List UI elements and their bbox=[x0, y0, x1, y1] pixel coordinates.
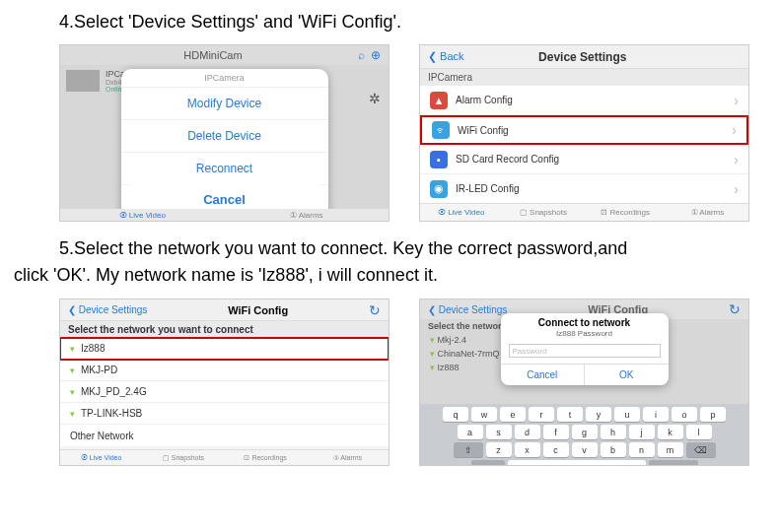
chevron-right-icon: › bbox=[734, 152, 739, 167]
network-name: MKJ-PD bbox=[81, 365, 117, 375]
keyboard-key[interactable]: b bbox=[601, 442, 626, 457]
delete-device-option[interactable]: Delete Device bbox=[121, 120, 328, 153]
row-label: IR-LED Config bbox=[456, 183, 519, 194]
page-title: WiFi Config bbox=[147, 304, 369, 316]
alarm-config-row[interactable]: ▲ Alarm Config › bbox=[420, 86, 748, 115]
back-button[interactable]: ❮ Device Settings bbox=[428, 304, 507, 315]
device-thumbnail bbox=[66, 70, 100, 92]
network-name: TP-LINK-HSB bbox=[81, 408, 142, 419]
reconnect-option[interactable]: Reconnect bbox=[121, 153, 328, 185]
keyboard-key[interactable]: ⇧ bbox=[454, 442, 483, 457]
network-name: Iz888 bbox=[81, 343, 105, 354]
keyboard-key[interactable]: d bbox=[515, 425, 540, 439]
back-button[interactable]: ❮ Back bbox=[428, 50, 464, 63]
gear-icon[interactable]: ✲ bbox=[369, 91, 381, 106]
keyboard-key[interactable]: space bbox=[508, 460, 646, 466]
password-input[interactable]: Password bbox=[509, 344, 661, 358]
sd-icon: ▪ bbox=[430, 151, 448, 168]
keyboard-key[interactable]: t bbox=[557, 407, 583, 422]
keyboard-key[interactable]: x bbox=[515, 442, 540, 457]
irled-config-row[interactable]: ◉ IR-LED Config › bbox=[420, 174, 748, 204]
wifi-icon: ᯤ bbox=[432, 121, 450, 139]
signal-icon: ▾ bbox=[70, 387, 75, 397]
keyboard-key[interactable]: e bbox=[500, 407, 526, 422]
screenshot-action-sheet: HDMiniCam ⌕ ⊕ IPCam Dxb4db Online ✲ bbox=[59, 44, 390, 222]
back-button[interactable]: ❮ Device Settings bbox=[68, 304, 147, 315]
network-name: Other Network bbox=[70, 431, 133, 441]
connect-dialog: Connect to network Iz888 Password Passwo… bbox=[501, 313, 669, 385]
network-name: MKJ_PD_2.4G bbox=[81, 386, 147, 397]
dialog-title: Connect to network bbox=[501, 313, 669, 329]
keyboard-key[interactable]: p bbox=[700, 407, 726, 422]
refresh-icon[interactable]: ↻ bbox=[369, 302, 381, 318]
sheet-header: IPCamera bbox=[121, 69, 328, 88]
network-row[interactable]: ▾ MKJ-PD bbox=[60, 360, 389, 381]
keyboard-key[interactable]: w bbox=[471, 407, 497, 422]
tab-alarms[interactable]: ① Alarms bbox=[307, 450, 389, 465]
tab-alarms[interactable]: ① Alarms bbox=[667, 204, 748, 221]
chevron-right-icon: › bbox=[734, 181, 739, 197]
tab-live-video[interactable]: ⦿ Live Video bbox=[60, 209, 225, 222]
keyboard-key[interactable]: g bbox=[572, 425, 598, 439]
led-icon: ◉ bbox=[430, 180, 448, 198]
keyboard-key[interactable]: n bbox=[629, 442, 655, 457]
network-row[interactable]: ▾ MKJ_PD_2.4G bbox=[60, 381, 389, 403]
search-icon[interactable]: ⌕ bbox=[358, 48, 365, 62]
keyboard-key[interactable]: l bbox=[686, 425, 712, 439]
tab-live-video[interactable]: ⦿ Live Video bbox=[60, 450, 142, 465]
keyboard-key[interactable]: u bbox=[614, 407, 640, 422]
page-title: Device Settings bbox=[464, 50, 701, 64]
keyboard-key[interactable]: h bbox=[601, 425, 626, 439]
signal-icon: ▾ bbox=[70, 366, 75, 375]
signal-icon: ▾ bbox=[70, 409, 75, 419]
row-label: Alarm Config bbox=[456, 95, 513, 105]
keyboard-key[interactable]: r bbox=[529, 407, 554, 422]
keyboard-key[interactable]: o bbox=[672, 407, 697, 422]
keyboard-key[interactable]: a bbox=[458, 425, 483, 439]
screenshot-device-settings: ❮ Back Device Settings IPCamera ▲ Alarm … bbox=[419, 44, 749, 222]
keyboard-key[interactable]: s bbox=[486, 425, 512, 439]
keyboard-key[interactable]: ⌫ bbox=[686, 442, 716, 457]
screenshot-wifi-list: ❮ Device Settings WiFi Config ↻ Select t… bbox=[59, 299, 390, 466]
section-label: IPCamera bbox=[420, 69, 748, 86]
dialog-ok-button[interactable]: OK bbox=[585, 365, 669, 385]
keyboard-key[interactable]: v bbox=[572, 442, 598, 457]
network-row[interactable]: ▾ TP-LINK-HSB bbox=[60, 403, 389, 425]
modify-device-option[interactable]: Modify Device bbox=[121, 88, 328, 120]
screenshot-password-dialog: ❮ Device Settings WiFi Config ↻ Select t… bbox=[419, 299, 749, 466]
keyboard-key[interactable]: c bbox=[543, 442, 569, 457]
dialog-cancel-button[interactable]: Cancel bbox=[501, 365, 586, 385]
refresh-icon[interactable]: ↻ bbox=[729, 301, 741, 317]
keyboard-key[interactable]: f bbox=[543, 425, 569, 439]
keyboard-key[interactable]: i bbox=[643, 407, 669, 422]
wifi-config-row[interactable]: ᯤ WiFi Config › bbox=[420, 115, 748, 145]
tab-alarms[interactable]: ① Alarms bbox=[225, 209, 390, 222]
dialog-subtitle: Iz888 Password bbox=[501, 329, 669, 342]
alarm-icon: ▲ bbox=[430, 92, 448, 109]
tab-live-video[interactable]: ⦿ Live Video bbox=[420, 204, 502, 221]
step-5-text-b: click 'OK'. My network name is 'Iz888', … bbox=[14, 262, 769, 289]
tab-snapshots[interactable]: ▢ Snapshots bbox=[142, 450, 224, 465]
network-row[interactable]: Other Network bbox=[60, 425, 389, 446]
network-row-iz888[interactable]: ▾ Iz888 bbox=[60, 338, 389, 360]
sd-config-row[interactable]: ▪ SD Card Record Config › bbox=[420, 145, 748, 174]
tab-recordings[interactable]: ⊡ Recordings bbox=[585, 204, 667, 221]
keyboard-key[interactable]: y bbox=[586, 407, 611, 422]
row-label: WiFi Config bbox=[458, 125, 509, 136]
keyboard-key[interactable]: j bbox=[629, 425, 655, 439]
keyboard-key[interactable]: return bbox=[649, 460, 698, 466]
keyboard-key[interactable]: m bbox=[658, 442, 683, 457]
keyboard-key[interactable]: q bbox=[443, 407, 468, 422]
chevron-right-icon: › bbox=[732, 122, 737, 138]
keyboard: qwertyuiop asdfghjkl ⇧zxcvbnm⌫ .?123spac… bbox=[420, 404, 748, 465]
add-icon[interactable]: ⊕ bbox=[371, 48, 381, 62]
tab-snapshots[interactable]: ▢ Snapshots bbox=[502, 204, 584, 221]
signal-icon: ▾ bbox=[70, 344, 75, 354]
keyboard-key[interactable]: .?123 bbox=[471, 460, 505, 466]
tab-recordings[interactable]: ⊡ Recordings bbox=[225, 450, 307, 465]
row-label: SD Card Record Config bbox=[456, 154, 559, 165]
chevron-right-icon: › bbox=[734, 93, 739, 108]
keyboard-key[interactable]: k bbox=[658, 425, 683, 439]
keyboard-key[interactable]: z bbox=[486, 442, 512, 457]
step-5-text-a: 5.Select the network you want to connect… bbox=[59, 235, 769, 262]
